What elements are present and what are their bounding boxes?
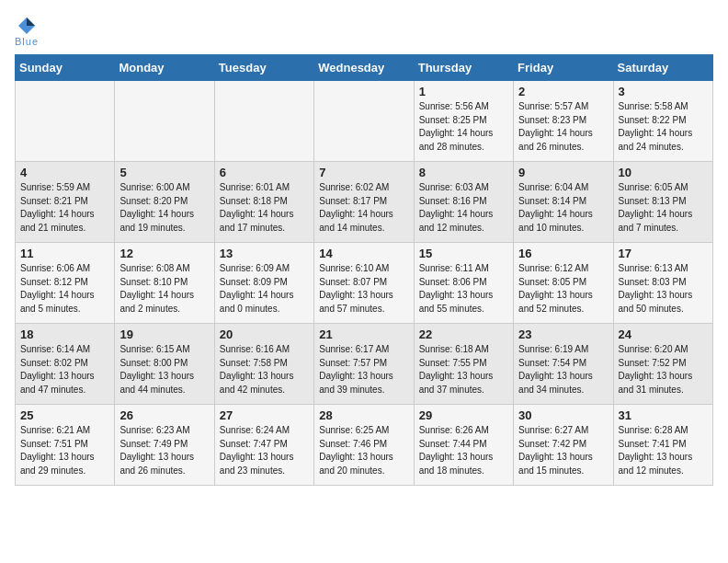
day-number: 28 <box>319 408 408 422</box>
cell-info: Sunrise: 6:12 AMSunset: 8:05 PMDaylight:… <box>518 262 608 316</box>
day-number: 23 <box>518 327 608 341</box>
cell-info: Sunrise: 5:56 AMSunset: 8:25 PMDaylight:… <box>419 100 508 154</box>
calendar-cell: 24Sunrise: 6:20 AMSunset: 7:52 PMDayligh… <box>613 324 712 405</box>
calendar-cell: 25Sunrise: 6:21 AMSunset: 7:51 PMDayligh… <box>16 405 115 486</box>
calendar-cell <box>214 81 313 162</box>
day-number: 30 <box>518 408 608 422</box>
weekday-header-sunday: Sunday <box>16 55 115 81</box>
day-number: 3 <box>619 85 708 98</box>
calendar-cell: 14Sunrise: 6:10 AMSunset: 8:07 PMDayligh… <box>314 243 414 324</box>
day-number: 7 <box>319 166 408 179</box>
calendar-body: 1Sunrise: 5:56 AMSunset: 8:25 PMDaylight… <box>16 81 713 486</box>
calendar-cell: 15Sunrise: 6:11 AMSunset: 8:06 PMDayligh… <box>414 243 513 324</box>
cell-info: Sunrise: 6:06 AMSunset: 8:12 PMDaylight:… <box>20 262 109 316</box>
calendar-cell: 9Sunrise: 6:04 AMSunset: 8:14 PMDaylight… <box>514 162 613 243</box>
cell-info: Sunrise: 6:24 AMSunset: 7:47 PMDaylight:… <box>220 424 309 477</box>
cell-info: Sunrise: 6:03 AMSunset: 8:16 PMDaylight:… <box>419 181 508 235</box>
cell-info: Sunrise: 6:19 AMSunset: 7:54 PMDaylight:… <box>518 343 608 396</box>
weekday-header-saturday: Saturday <box>613 55 712 81</box>
cell-info: Sunrise: 6:28 AMSunset: 7:41 PMDaylight:… <box>619 424 708 477</box>
cell-info: Sunrise: 6:26 AMSunset: 7:44 PMDaylight:… <box>419 424 508 477</box>
day-number: 29 <box>419 408 508 422</box>
weekday-header-monday: Monday <box>115 55 214 81</box>
calendar-cell <box>115 81 214 162</box>
calendar-cell <box>16 81 115 162</box>
calendar-cell: 6Sunrise: 6:01 AMSunset: 8:18 PMDaylight… <box>214 162 313 243</box>
calendar-cell: 23Sunrise: 6:19 AMSunset: 7:54 PMDayligh… <box>514 324 613 405</box>
day-number: 17 <box>619 247 708 260</box>
calendar-cell: 5Sunrise: 6:00 AMSunset: 8:20 PMDaylight… <box>115 162 214 243</box>
cell-info: Sunrise: 6:27 AMSunset: 7:42 PMDaylight:… <box>518 424 608 477</box>
cell-info: Sunrise: 6:25 AMSunset: 7:46 PMDaylight:… <box>319 424 408 477</box>
calendar-cell: 26Sunrise: 6:23 AMSunset: 7:49 PMDayligh… <box>115 405 214 486</box>
day-number: 26 <box>119 408 209 422</box>
calendar-cell: 13Sunrise: 6:09 AMSunset: 8:09 PMDayligh… <box>214 243 313 324</box>
cell-info: Sunrise: 6:10 AMSunset: 8:07 PMDaylight:… <box>319 262 408 316</box>
cell-info: Sunrise: 6:04 AMSunset: 8:14 PMDaylight:… <box>518 181 608 235</box>
calendar-cell: 20Sunrise: 6:16 AMSunset: 7:58 PMDayligh… <box>214 324 313 405</box>
calendar-cell: 2Sunrise: 5:57 AMSunset: 8:23 PMDaylight… <box>514 81 613 162</box>
day-number: 27 <box>220 408 309 422</box>
logo-icon <box>17 16 37 36</box>
cell-info: Sunrise: 6:23 AMSunset: 7:49 PMDaylight:… <box>119 424 209 477</box>
calendar-cell: 27Sunrise: 6:24 AMSunset: 7:47 PMDayligh… <box>214 405 313 486</box>
calendar-cell <box>314 81 414 162</box>
day-number: 16 <box>518 247 608 260</box>
calendar-cell: 29Sunrise: 6:26 AMSunset: 7:44 PMDayligh… <box>414 405 513 486</box>
cell-info: Sunrise: 6:05 AMSunset: 8:13 PMDaylight:… <box>619 181 708 235</box>
weekday-header-thursday: Thursday <box>414 55 513 81</box>
cell-info: Sunrise: 5:57 AMSunset: 8:23 PMDaylight:… <box>518 100 608 154</box>
cell-info: Sunrise: 6:02 AMSunset: 8:17 PMDaylight:… <box>319 181 408 235</box>
calendar-cell: 8Sunrise: 6:03 AMSunset: 8:16 PMDaylight… <box>414 162 513 243</box>
calendar-cell: 21Sunrise: 6:17 AMSunset: 7:57 PMDayligh… <box>314 324 414 405</box>
cell-info: Sunrise: 6:09 AMSunset: 8:09 PMDaylight:… <box>220 262 309 316</box>
calendar-cell: 16Sunrise: 6:12 AMSunset: 8:05 PMDayligh… <box>514 243 613 324</box>
day-number: 13 <box>220 247 309 260</box>
cell-info: Sunrise: 6:01 AMSunset: 8:18 PMDaylight:… <box>220 181 309 235</box>
week-row-3: 11Sunrise: 6:06 AMSunset: 8:12 PMDayligh… <box>16 243 713 324</box>
cell-info: Sunrise: 5:58 AMSunset: 8:22 PMDaylight:… <box>619 100 708 154</box>
day-number: 25 <box>20 408 109 422</box>
calendar-cell: 7Sunrise: 6:02 AMSunset: 8:17 PMDaylight… <box>314 162 414 243</box>
cell-info: Sunrise: 6:16 AMSunset: 7:58 PMDaylight:… <box>220 343 309 396</box>
calendar-cell: 22Sunrise: 6:18 AMSunset: 7:55 PMDayligh… <box>414 324 513 405</box>
calendar-cell: 17Sunrise: 6:13 AMSunset: 8:03 PMDayligh… <box>613 243 712 324</box>
day-number: 22 <box>419 327 508 341</box>
week-row-4: 18Sunrise: 6:14 AMSunset: 8:02 PMDayligh… <box>16 324 713 405</box>
day-number: 11 <box>20 247 109 260</box>
calendar-cell: 30Sunrise: 6:27 AMSunset: 7:42 PMDayligh… <box>514 405 613 486</box>
day-number: 9 <box>518 166 608 179</box>
calendar-cell: 18Sunrise: 6:14 AMSunset: 8:02 PMDayligh… <box>16 324 115 405</box>
weekday-header-tuesday: Tuesday <box>214 55 313 81</box>
calendar-cell: 1Sunrise: 5:56 AMSunset: 8:25 PMDaylight… <box>414 81 513 162</box>
calendar-cell: 31Sunrise: 6:28 AMSunset: 7:41 PMDayligh… <box>613 405 712 486</box>
cell-info: Sunrise: 6:14 AMSunset: 8:02 PMDaylight:… <box>20 343 109 396</box>
calendar-cell: 4Sunrise: 5:59 AMSunset: 8:21 PMDaylight… <box>16 162 115 243</box>
cell-info: Sunrise: 5:59 AMSunset: 8:21 PMDaylight:… <box>20 181 109 235</box>
day-number: 20 <box>220 327 309 341</box>
day-number: 18 <box>20 327 109 341</box>
cell-info: Sunrise: 6:17 AMSunset: 7:57 PMDaylight:… <box>319 343 408 396</box>
day-number: 2 <box>518 85 608 98</box>
cell-info: Sunrise: 6:13 AMSunset: 8:03 PMDaylight:… <box>619 262 708 316</box>
logo: Blue <box>15 15 39 47</box>
week-row-5: 25Sunrise: 6:21 AMSunset: 7:51 PMDayligh… <box>16 405 713 486</box>
day-number: 14 <box>319 247 408 260</box>
day-number: 21 <box>319 327 408 341</box>
svg-marker-1 <box>27 17 35 26</box>
day-number: 1 <box>419 85 508 98</box>
cell-info: Sunrise: 6:11 AMSunset: 8:06 PMDaylight:… <box>419 262 508 316</box>
day-number: 19 <box>119 327 209 341</box>
weekday-header-friday: Friday <box>514 55 613 81</box>
cell-info: Sunrise: 6:08 AMSunset: 8:10 PMDaylight:… <box>119 262 209 316</box>
logo-text <box>15 15 37 36</box>
day-number: 12 <box>119 247 209 260</box>
day-number: 4 <box>20 166 109 179</box>
header: Blue <box>15 15 713 47</box>
weekday-header-wednesday: Wednesday <box>314 55 414 81</box>
day-number: 5 <box>119 166 209 179</box>
cell-info: Sunrise: 6:15 AMSunset: 8:00 PMDaylight:… <box>119 343 209 396</box>
day-number: 8 <box>419 166 508 179</box>
day-number: 10 <box>619 166 708 179</box>
calendar-cell: 19Sunrise: 6:15 AMSunset: 8:00 PMDayligh… <box>115 324 214 405</box>
